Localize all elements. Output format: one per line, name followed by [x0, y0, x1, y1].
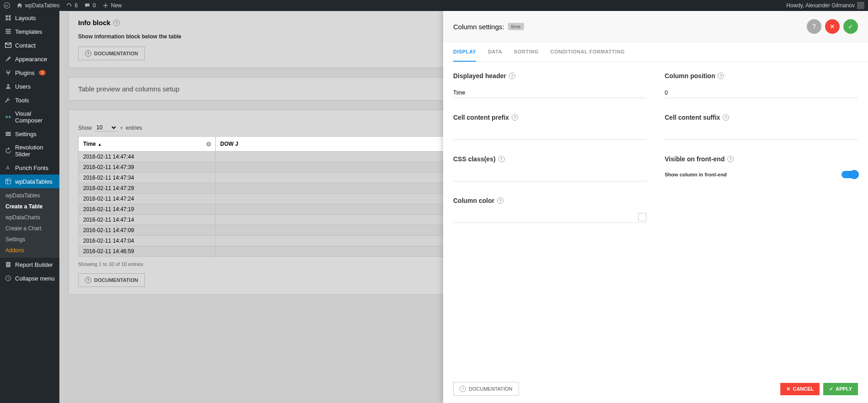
help-button[interactable]: ? — [807, 19, 821, 34]
sidebar-item-report-builder[interactable]: Report Builder — [0, 258, 59, 271]
sidebar-item-wpdatatables[interactable]: wpDataTables — [0, 175, 59, 188]
sidebar-item-tools[interactable]: Tools — [0, 93, 59, 107]
svg-point-0 — [4, 3, 10, 9]
help-icon[interactable]: ? — [498, 156, 505, 162]
gear-icon[interactable]: ⚙ — [206, 141, 212, 148]
admin-bar: wpDataTables 6 0 New Howdy, Alexander Gi… — [0, 0, 868, 11]
submenu-create-a-chart[interactable]: Create a Chart — [0, 223, 59, 234]
updates-link[interactable]: 6 — [66, 2, 78, 9]
svg-point-17 — [5, 276, 11, 281]
admin-sidebar: LayoutsTemplatesContactAppearancePlugins… — [0, 11, 59, 403]
svg-point-9 — [5, 116, 8, 118]
column-color-label: Column color — [453, 197, 494, 204]
help-icon[interactable]: ? — [497, 197, 503, 204]
cell-prefix-input[interactable] — [453, 129, 646, 140]
visible-toggle[interactable] — [842, 171, 858, 178]
documentation-button[interactable]: ?DOCUMENTATION — [453, 382, 519, 396]
displayed-header-input[interactable] — [453, 88, 646, 98]
tab-data[interactable]: DATA — [488, 42, 502, 62]
svg-rect-3 — [5, 18, 8, 21]
new-content-link[interactable]: New — [102, 2, 122, 9]
site-name-link[interactable]: wpDataTables — [16, 2, 59, 9]
column-tag: time — [508, 23, 524, 30]
svg-rect-6 — [5, 31, 11, 32]
submenu-wpdatatables[interactable]: wpDataTables — [0, 190, 59, 201]
css-classes-label: CSS class(es) — [453, 155, 496, 163]
sidebar-item-plugins[interactable]: Plugins3 — [0, 66, 59, 80]
svg-point-8 — [7, 84, 10, 86]
column-position-label: Column position — [665, 72, 715, 80]
visible-desc: Show column in front-end — [665, 172, 727, 177]
sidebar-item-appearance[interactable]: Appearance — [0, 52, 59, 66]
column-header-time[interactable]: Time▲⚙ — [79, 137, 216, 152]
submenu-settings[interactable]: Settings — [0, 234, 59, 245]
avatar — [857, 2, 864, 9]
svg-rect-5 — [5, 29, 11, 30]
color-swatch[interactable] — [638, 213, 646, 221]
sidebar-item-visual-composer[interactable]: Visual Composer — [0, 107, 59, 127]
svg-rect-15 — [5, 179, 11, 184]
svg-point-11 — [6, 132, 8, 133]
svg-rect-2 — [9, 15, 11, 17]
submenu-addons[interactable]: Addons — [0, 245, 59, 256]
panel-title: Column settings: time — [453, 23, 524, 31]
wp-logo[interactable] — [4, 2, 10, 9]
tab-sorting[interactable]: SORTING — [514, 42, 539, 62]
help-icon[interactable]: ? — [512, 114, 518, 121]
help-icon[interactable]: ? — [727, 156, 734, 162]
cancel-button[interactable]: ✕ CANCEL — [780, 383, 820, 395]
howdy-link[interactable]: Howdy, Alexander Gilmanov — [786, 2, 864, 9]
sidebar-item-collapse-menu[interactable]: Collapse menu — [0, 271, 59, 285]
sidebar-item-layouts[interactable]: Layouts — [0, 11, 59, 25]
confirm-button[interactable]: ✓ — [843, 19, 858, 34]
sidebar-item-revolution-slider[interactable]: Revolution Slider — [0, 141, 59, 161]
tab-display[interactable]: DISPLAY — [453, 42, 476, 62]
submenu-create-a-table[interactable]: Create a Table — [0, 201, 59, 212]
apply-button[interactable]: ✓ APPLY — [823, 383, 858, 395]
cell-suffix-input[interactable] — [665, 129, 858, 140]
column-color-input[interactable] — [453, 212, 646, 223]
submenu-wpdatacharts[interactable]: wpDataCharts — [0, 212, 59, 223]
comments-link[interactable]: 0 — [84, 2, 96, 9]
svg-text:A: A — [6, 165, 10, 170]
sidebar-item-templates[interactable]: Templates — [0, 25, 59, 38]
svg-rect-16 — [6, 262, 11, 267]
panel-tabs: DISPLAY DATA SORTING CONDITIONAL FORMATT… — [443, 42, 868, 62]
sidebar-item-users[interactable]: Users — [0, 80, 59, 93]
cell-prefix-label: Cell content prefix — [453, 114, 509, 121]
help-icon[interactable]: ? — [723, 114, 729, 121]
svg-point-13 — [7, 135, 9, 136]
cell-suffix-label: Cell content suffix — [665, 114, 720, 121]
visible-label: Visible on front-end — [665, 155, 725, 163]
sidebar-item-settings[interactable]: Settings — [0, 127, 59, 141]
css-classes-input[interactable] — [453, 171, 646, 181]
help-icon[interactable]: ? — [718, 73, 724, 79]
close-button[interactable]: ✕ — [825, 19, 840, 34]
svg-point-12 — [9, 133, 10, 134]
svg-rect-7 — [5, 32, 11, 33]
sidebar-item-punch-fonts[interactable]: APunch Fonts — [0, 161, 59, 175]
displayed-header-label: Displayed header — [453, 72, 506, 80]
column-position-input[interactable] — [665, 88, 858, 98]
svg-point-10 — [9, 116, 11, 118]
tab-conditional[interactable]: CONDITIONAL FORMATTING — [550, 42, 625, 62]
sidebar-item-contact[interactable]: Contact — [0, 38, 59, 52]
svg-rect-1 — [5, 15, 8, 17]
help-icon[interactable]: ? — [509, 73, 515, 79]
svg-rect-4 — [9, 18, 11, 21]
column-settings-panel: Column settings: time ? ✕ ✓ DISPLAY DATA… — [443, 11, 868, 403]
